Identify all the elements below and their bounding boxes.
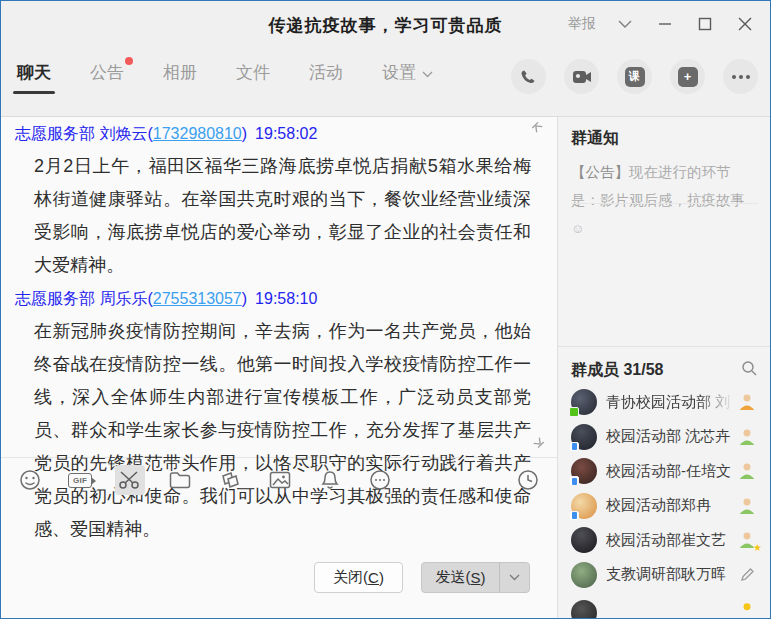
more-circle-icon [369, 469, 391, 491]
group-remind-button[interactable] [315, 465, 345, 495]
member-role-icon-green-star: ★ [738, 531, 758, 549]
message-time: 19:58:02 [255, 125, 317, 142]
composer-buttons: 关闭(C) 发送(S) [1, 548, 557, 618]
member-avatar [571, 493, 597, 519]
video-call-button[interactable] [564, 59, 599, 94]
send-image-button[interactable] [265, 465, 295, 495]
member-row[interactable]: 校园活动部 沈芯卉 [558, 420, 770, 455]
member-avatar [571, 424, 597, 450]
scissors-icon [118, 470, 142, 490]
member-role-icon-green [738, 462, 758, 480]
gif-hot-pic-button[interactable]: GIF [65, 465, 95, 495]
chat-message: 志愿服务部 刘焕云(1732980810)19:58:02 2月2日上午，福田区… [15, 124, 543, 282]
group-notice-text: 【公告】现在进行的环节是：影片观后感，抗疫故事☺ [571, 158, 758, 243]
collapse-down-arrow-icon[interactable] [531, 435, 545, 453]
group-notice-title: 群通知 [571, 128, 758, 149]
online-phone-badge [569, 442, 579, 452]
unread-dot [125, 57, 133, 65]
member-role-icon-orange [738, 393, 758, 411]
tab-chat[interactable]: 聊天 [17, 61, 51, 100]
tab-album[interactable]: 相册 [163, 61, 197, 100]
message-time: 19:58:10 [255, 290, 317, 307]
member-row[interactable]: 校园活动部-任培文 [558, 454, 770, 489]
section-divider [558, 346, 770, 347]
send-file-button[interactable] [165, 465, 195, 495]
message-history[interactable]: 志愿服务部 刘焕云(1732980810)19:58:02 2月2日上午，福田区… [1, 117, 557, 458]
ellipsis-icon [732, 75, 750, 79]
group-members-title: 群成员 31/58 [571, 360, 663, 381]
image-icon [269, 471, 291, 489]
tab-settings[interactable]: 设置 [382, 61, 433, 100]
tab-files[interactable]: 文件 [236, 61, 270, 100]
class-mode-button[interactable]: 课 [617, 59, 652, 94]
collapse-up-arrow-icon[interactable] [531, 121, 545, 139]
member-row[interactable]: 支教调研部耿万晖 [558, 558, 770, 593]
member-avatar [571, 600, 597, 618]
member-avatar [571, 458, 597, 484]
minimize-button[interactable] [650, 11, 680, 37]
typing-pencil-icon [738, 566, 758, 584]
member-row[interactable]: 青协校园活动部 刘 [558, 385, 770, 420]
phone-icon [520, 68, 538, 86]
member-row[interactable] [558, 592, 770, 618]
tab-bar: 聊天 公告 相册 文件 活动 设置 课 + [1, 47, 770, 117]
close-button[interactable] [730, 11, 760, 37]
online-mobile-badge [569, 407, 579, 417]
folder-icon [169, 471, 191, 489]
member-avatar [571, 389, 597, 415]
class-icon: 课 [625, 67, 645, 87]
screenshot-button[interactable] [115, 465, 145, 495]
report-button[interactable]: 举报 [564, 13, 600, 35]
tab-activity[interactable]: 活动 [309, 61, 343, 100]
member-row[interactable]: 校园活动部崔文艺 ★ [558, 523, 770, 558]
notice-divider [571, 203, 758, 204]
video-camera-icon [572, 69, 592, 85]
screen-share-button[interactable] [215, 465, 245, 495]
notice-emoji-icon: ☺ [571, 221, 584, 236]
message-text: 2月2日上午，福田区福华三路海底捞卓悦店捐献5箱水果给梅林街道健康驿站。在举国共… [34, 150, 531, 282]
smiley-icon [19, 469, 41, 491]
more-tools-button[interactable] [365, 465, 395, 495]
bell-icon [320, 470, 340, 491]
maximize-button[interactable] [690, 11, 720, 37]
message-sender: 志愿服务部 周乐乐(2755313057)19:58:10 [15, 289, 543, 310]
report-chevron-down-icon[interactable] [610, 11, 640, 37]
settings-chevron-down-icon [422, 63, 433, 82]
voice-call-button[interactable] [511, 59, 546, 94]
member-row[interactable]: 校园活动部郑冉 [558, 489, 770, 524]
send-button[interactable]: 发送(S) [421, 562, 530, 593]
member-list: 青协校园活动部 刘 校园活动部 沈芯卉 校园活动部-任培文 校园活动部郑冉 [558, 385, 770, 618]
sender-uin-link[interactable]: 2755313057 [153, 290, 242, 307]
member-role-icon-green [738, 428, 758, 446]
close-chat-button[interactable]: 关闭(C) [314, 562, 403, 593]
member-search-icon[interactable] [741, 360, 758, 381]
group-notice-section[interactable]: 群通知 【公告】现在进行的环节是：影片观后感，抗疫故事☺ [571, 128, 758, 243]
send-options-chevron-icon[interactable] [499, 563, 529, 592]
star-badge-icon: ★ [753, 542, 762, 553]
online-phone-badge [569, 476, 579, 486]
sender-uin-link[interactable]: 1732980810 [153, 125, 242, 142]
emoji-button[interactable] [15, 465, 45, 495]
group-sidebar: 群通知 【公告】现在进行的环节是：影片观后感，抗疫故事☺ 群成员 31/58 青… [558, 117, 770, 618]
title-bar: 传递抗疫故事，学习可贵品质 举报 [1, 1, 770, 47]
more-actions-button[interactable] [723, 59, 758, 94]
member-role-icon [738, 600, 758, 618]
online-phone-badge [569, 511, 579, 521]
plus-bubble-icon: + [678, 67, 698, 87]
member-role-icon-green [738, 497, 758, 515]
chat-history-button[interactable] [513, 465, 543, 495]
member-avatar [571, 527, 597, 553]
composer-toolbar: GIF [1, 458, 557, 502]
tab-announcement[interactable]: 公告 [90, 61, 124, 100]
app-window: 传递抗疫故事，学习可贵品质 举报 聊天 公告 相册 文件 活动 设置 [0, 0, 771, 619]
group-app-button[interactable]: + [670, 59, 705, 94]
windows-share-icon [219, 470, 241, 490]
clock-icon [517, 469, 539, 491]
gif-icon: GIF [68, 473, 92, 488]
chat-panel: 志愿服务部 刘焕云(1732980810)19:58:02 2月2日上午，福田区… [1, 117, 558, 618]
member-avatar [571, 562, 597, 588]
message-sender: 志愿服务部 刘焕云(1732980810)19:58:02 [15, 124, 543, 145]
